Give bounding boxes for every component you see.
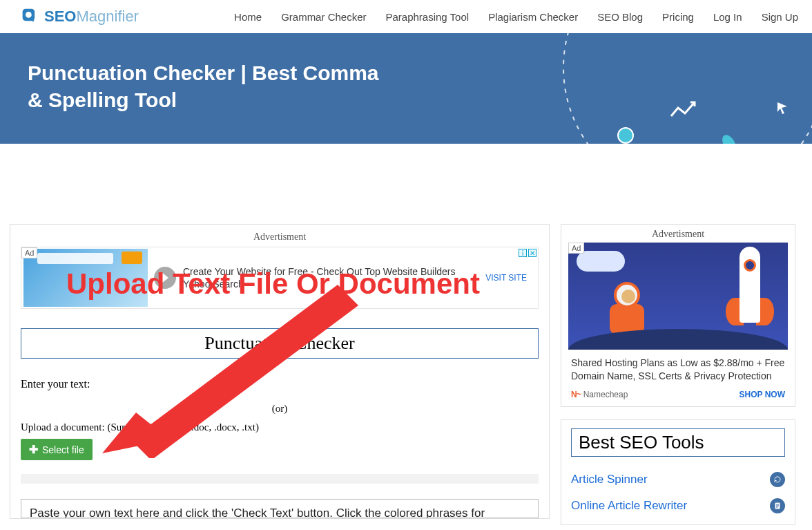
- nav-home[interactable]: Home: [234, 11, 262, 23]
- side-ad[interactable]: Ad i✕ Shared Hosting Plans as Low as $2.…: [568, 243, 788, 406]
- svg-point-1: [26, 12, 32, 18]
- tool-title: Punctuation Checker: [21, 333, 538, 354]
- ad-headline: Create Your Website for Free - Check Out…: [183, 265, 478, 278]
- side-ad-text: Shared Hosting Plans as Low as $2.88/mo …: [568, 350, 788, 387]
- ad-label: Advertisment: [21, 231, 539, 243]
- ad-info-icon[interactable]: i: [519, 249, 527, 257]
- side-ad-panel: Advertisment Ad i✕ Shared Hosting Plans …: [561, 224, 795, 407]
- play-icon[interactable]: [154, 267, 176, 289]
- progress-bar: [21, 474, 539, 484]
- main-panel: Advertisment Ad i✕ Create Your Website f…: [10, 224, 550, 519]
- page-title: Punctuation Checker | Best Comma & Spell…: [28, 59, 387, 113]
- nav-blog[interactable]: SEO Blog: [597, 11, 643, 23]
- logo-text-seo: SEO: [44, 8, 76, 26]
- document-icon: [770, 498, 785, 513]
- nav-pricing[interactable]: Pricing: [662, 11, 694, 23]
- select-file-label: Select file: [42, 444, 84, 455]
- upload-label: Upload a document: (Supported Format: .d…: [21, 422, 539, 433]
- side-ad-brand: N~Namecheap: [571, 390, 628, 399]
- ad-thumbnail: [23, 249, 148, 307]
- list-item: Article Spinner: [571, 466, 785, 493]
- logo[interactable]: SEO Magnifier: [21, 7, 139, 26]
- svg-point-6: [719, 133, 739, 144]
- ad-text: Create Your Website for Free - Check Out…: [176, 263, 485, 293]
- ad-badge: Ad: [21, 247, 37, 258]
- tool-link-rewriter[interactable]: Online Article Rewriter: [571, 499, 687, 513]
- nav-links: Home Grammar Checker Paraphrasing Tool P…: [234, 11, 798, 23]
- seo-tools-panel: Best SEO Tools Article Spinner Online Ar…: [561, 419, 795, 525]
- logo-text-magnifier: Magnifier: [76, 8, 138, 26]
- svg-point-5: [618, 128, 633, 143]
- select-file-button[interactable]: ✚ Select file: [21, 439, 93, 460]
- navbar: SEO Magnifier Home Grammar Checker Parap…: [0, 0, 812, 33]
- list-item: Online Article Rewriter: [571, 493, 785, 519]
- nav-login[interactable]: Log In: [713, 11, 742, 23]
- magnifier-icon: [21, 7, 40, 26]
- side-ad-image: [568, 243, 788, 350]
- nav-grammar[interactable]: Grammar Checker: [281, 11, 366, 23]
- svg-point-3: [563, 33, 812, 144]
- main-ad-banner[interactable]: Ad i✕ Create Your Website for Free - Che…: [21, 247, 539, 309]
- nav-paraphrase[interactable]: Paraphrasing Tool: [385, 11, 469, 23]
- text-input-placeholder: Paste your own text here and click the '…: [30, 507, 485, 518]
- nav-signup[interactable]: Sign Up: [762, 11, 798, 23]
- svg-rect-10: [776, 505, 779, 506]
- seo-tools-title: Best SEO Tools: [571, 428, 785, 457]
- ad-visit-link[interactable]: VISIT SITE: [485, 273, 527, 283]
- tool-title-box: Punctuation Checker: [21, 328, 539, 359]
- plus-icon: ✚: [29, 443, 38, 456]
- side-ad-badge: Ad: [568, 243, 584, 254]
- ad-choices[interactable]: i✕: [519, 249, 536, 257]
- tool-link-article-spinner[interactable]: Article Spinner: [571, 473, 648, 486]
- svg-rect-11: [776, 507, 778, 507]
- hero-graphic: [536, 33, 812, 144]
- ad-subtext: Yahoo Search: [183, 278, 478, 290]
- side-ad-label: Advertisment: [561, 225, 795, 243]
- side-ad-cta[interactable]: SHOP NOW: [740, 390, 785, 399]
- or-divider: (or): [21, 403, 539, 415]
- svg-rect-9: [776, 504, 779, 504]
- enter-text-label: Enter your text:: [21, 378, 539, 390]
- ad-close-icon[interactable]: ✕: [528, 249, 536, 257]
- text-input-area[interactable]: Paste your own text here and click the '…: [21, 499, 539, 518]
- hero-banner: Punctuation Checker | Best Comma & Spell…: [0, 33, 812, 144]
- refresh-icon: [770, 472, 785, 487]
- nav-plagiarism[interactable]: Plagiarism Checker: [488, 11, 578, 23]
